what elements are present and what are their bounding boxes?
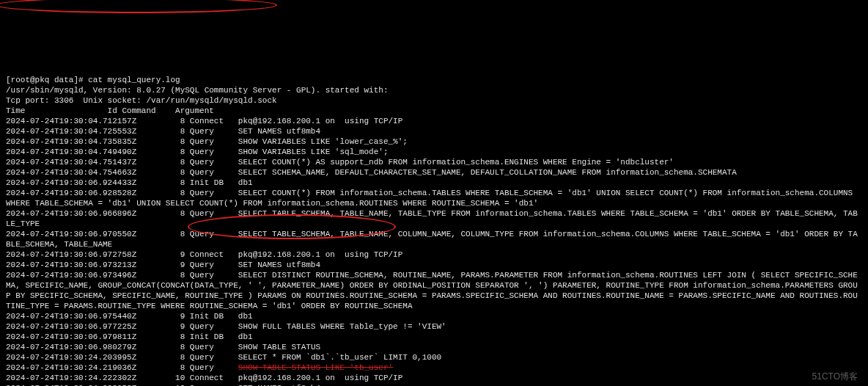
- log-line: 2024-07-24T19:30:24.223052Z 10 Query SET…: [6, 383, 862, 386]
- highlighted-query: SELECT * FROM `db1`.`tb_user` LIMIT 0,10…: [238, 353, 441, 362]
- log-line: 2024-07-24T19:30:06.973496Z 8 Query SELE…: [6, 270, 862, 311]
- log-line: 2024-07-24T19:30:06.928528Z 8 Query SELE…: [6, 188, 862, 208]
- log-line: 2024-07-24T19:30:06.979811Z 8 Init DB db…: [6, 332, 862, 342]
- log-line: 2024-07-24T19:30:04.725553Z 8 Query SET …: [6, 126, 862, 136]
- log-line: 2024-07-24T19:30:24.222302Z 10 Connect p…: [6, 373, 862, 383]
- log-line: 2024-07-24T19:30:06.973213Z 9 Query SET …: [6, 260, 862, 270]
- log-header-socket: Tcp port: 3306 Unix socket: /var/run/mys…: [6, 95, 862, 106]
- log-line: 2024-07-24T19:30:06.924433Z 8 Init DB db…: [6, 178, 862, 188]
- log-line: 2024-07-24T19:30:04.735835Z 8 Query SHOW…: [6, 136, 862, 147]
- log-line: 2024-07-24T19:30:04.754663Z 8 Query SELE…: [6, 167, 862, 178]
- log-header-version: /usr/sbin/mysqld, Version: 8.0.27 (MySQL…: [6, 85, 862, 95]
- struck-query: SHOW TABLE STATUS LIKE 'tb_user': [238, 363, 393, 372]
- terminal-output: [root@pkq data]# cat mysql_query.log/usr…: [6, 75, 862, 386]
- log-line: 2024-07-24T19:30:06.977225Z 9 Query SHOW…: [6, 321, 862, 332]
- shell-prompt[interactable]: [root@pkq data]# cat mysql_query.log: [6, 75, 862, 85]
- watermark: 51CTO博客: [812, 371, 858, 382]
- log-line: 2024-07-24T19:30:06.972758Z 9 Connect pk…: [6, 250, 862, 260]
- log-column-header: Time Id Command Argument: [6, 106, 862, 116]
- log-line: 2024-07-24T19:30:24.219036Z 8 Query SHOW…: [6, 363, 862, 373]
- highlight-ellipse-command: [0, 0, 277, 13]
- log-line: 2024-07-24T19:30:06.966896Z 8 Query SELE…: [6, 208, 862, 229]
- highlighted-query: SHOW TABLE STATUS: [238, 343, 320, 352]
- log-line: 2024-07-24T19:30:06.975440Z 9 Init DB db…: [6, 311, 862, 321]
- log-line: 2024-07-24T19:30:06.970550Z 8 Query SELE…: [6, 229, 862, 250]
- log-line: 2024-07-24T19:30:04.749490Z 8 Query SHOW…: [6, 147, 862, 157]
- log-line: 2024-07-24T19:30:04.712157Z 8 Connect pk…: [6, 116, 862, 126]
- log-line: 2024-07-24T19:30:04.751437Z 8 Query SELE…: [6, 157, 862, 167]
- log-line: 2024-07-24T19:30:06.980279Z 8 Query SHOW…: [6, 342, 862, 352]
- log-line: 2024-07-24T19:30:24.203995Z 8 Query SELE…: [6, 352, 862, 363]
